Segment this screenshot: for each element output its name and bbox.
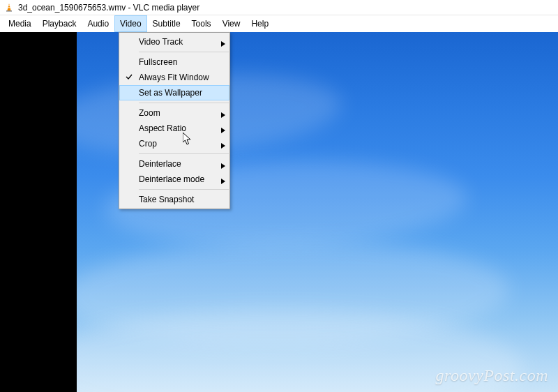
menu-item-deinterlace-mode[interactable]: Deinterlace mode (119, 172, 229, 187)
menu-item-label: Deinterlace (139, 159, 181, 169)
menu-item-label: Deinterlace mode (139, 174, 204, 184)
vlc-cone-icon (4, 3, 14, 13)
menu-audio[interactable]: Audio (82, 15, 114, 32)
menu-item-label: Zoom (139, 108, 160, 118)
menu-item-label: Video Track (139, 37, 183, 47)
menu-tools[interactable]: Tools (186, 15, 217, 32)
menu-bar: Media Playback Audio Video Subtitle Tool… (0, 15, 558, 32)
menu-video[interactable]: Video (114, 15, 146, 32)
menu-item-aspect-ratio[interactable]: Aspect Ratio (119, 121, 229, 136)
submenu-arrow-icon (221, 176, 225, 186)
watermark-text: groovyPost.com (436, 366, 548, 385)
window-title: 3d_ocean_1590675653.wmv - VLC media play… (18, 3, 199, 13)
menu-item-label: Crop (139, 139, 157, 149)
menu-separator (139, 189, 229, 190)
vlc-window: 3d_ocean_1590675653.wmv - VLC media play… (0, 0, 558, 392)
menu-subtitle[interactable]: Subtitle (147, 15, 186, 32)
menu-item-video-track[interactable]: Video Track (119, 34, 229, 50)
submenu-arrow-icon (221, 39, 225, 49)
submenu-arrow-icon (221, 141, 225, 151)
menu-item-label: Fullscreen (139, 57, 177, 67)
checkmark-icon (125, 73, 133, 83)
video-dropdown-menu: Video Track Fullscreen Always Fit Window… (119, 32, 230, 209)
submenu-arrow-icon (221, 126, 225, 135)
menu-view[interactable]: View (217, 15, 246, 32)
menu-item-label: Take Snapshot (139, 195, 194, 204)
menu-media[interactable]: Media (3, 15, 37, 32)
submenu-arrow-icon (221, 161, 225, 171)
menu-separator (139, 153, 229, 154)
content-area: groovyPost.com (0, 32, 558, 392)
video-pillarbox-left (0, 32, 77, 392)
menu-item-set-as-wallpaper[interactable]: Set as Wallpaper (119, 85, 229, 100)
menu-playback[interactable]: Playback (37, 15, 82, 32)
menu-item-label: Set as Wallpaper (139, 88, 202, 98)
menu-item-label: Aspect Ratio (139, 123, 186, 133)
menu-item-fullscreen[interactable]: Fullscreen (119, 54, 229, 70)
submenu-arrow-icon (221, 110, 225, 120)
menu-item-label: Always Fit Window (139, 73, 209, 82)
menu-separator (139, 103, 229, 103)
svg-rect-2 (6, 10, 12, 12)
menu-item-zoom[interactable]: Zoom (119, 105, 229, 121)
title-bar: 3d_ocean_1590675653.wmv - VLC media play… (0, 0, 558, 15)
svg-rect-0 (8, 5, 10, 6)
menu-item-crop[interactable]: Crop (119, 136, 229, 151)
menu-item-always-fit-window[interactable]: Always Fit Window (119, 70, 229, 85)
menu-help[interactable]: Help (246, 15, 274, 32)
menu-item-take-snapshot[interactable]: Take Snapshot (119, 192, 229, 207)
menu-item-deinterlace[interactable]: Deinterlace (119, 156, 229, 172)
menu-separator (139, 52, 229, 52)
svg-rect-1 (8, 7, 11, 8)
